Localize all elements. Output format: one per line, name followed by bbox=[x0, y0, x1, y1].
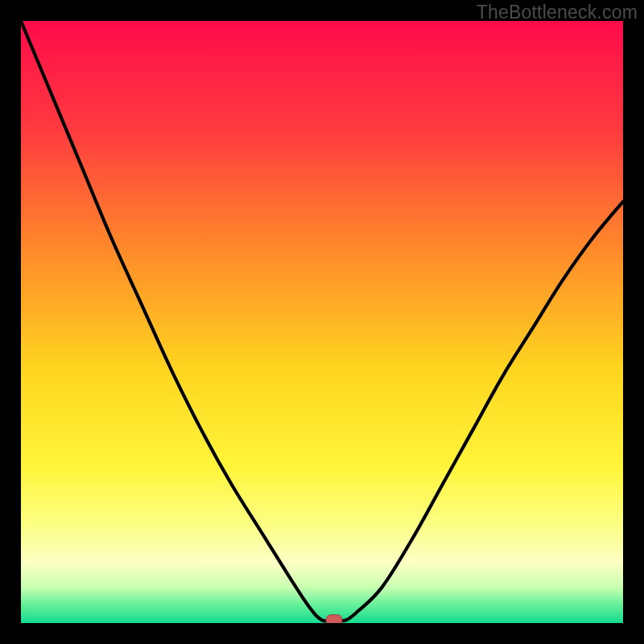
watermark-label: TheBottleneck.com bbox=[477, 2, 638, 23]
plot-area bbox=[21, 21, 623, 623]
gradient-background bbox=[21, 21, 623, 623]
bottleneck-chart bbox=[21, 21, 623, 623]
chart-frame: TheBottleneck.com bbox=[0, 0, 644, 644]
optimal-point-marker bbox=[326, 615, 342, 623]
